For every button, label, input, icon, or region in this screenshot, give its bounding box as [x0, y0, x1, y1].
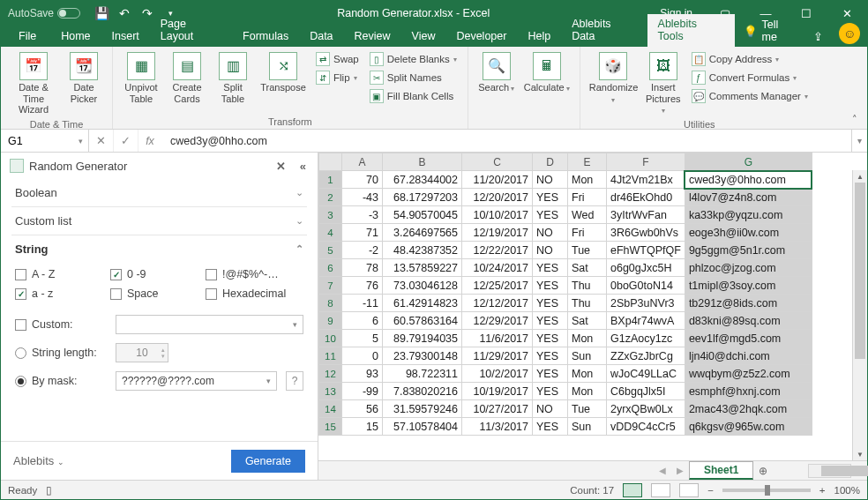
cell[interactable]: -11: [342, 295, 383, 312]
cell[interactable]: 12/12/2017: [462, 295, 533, 312]
worksheet-grid[interactable]: ABCDEFG17067.2834400211/20/2017NOMon4Jt2…: [318, 153, 867, 460]
date-picker-button[interactable]: 📆Date Picker: [63, 50, 105, 106]
row-header[interactable]: 8: [319, 295, 342, 312]
cell[interactable]: wwqbym@z5z2.com: [685, 365, 812, 383]
row-header[interactable]: 4: [319, 224, 342, 242]
cell[interactable]: 10/24/2017: [462, 259, 533, 277]
cell[interactable]: l4lov7@z4n8.com: [685, 189, 812, 206]
column-header-D[interactable]: D: [533, 153, 568, 171]
tab-developer[interactable]: Developer: [445, 26, 517, 47]
row-header[interactable]: 9: [319, 312, 342, 330]
radio-by-mask[interactable]: By mask:: [15, 375, 107, 387]
cell[interactable]: 2yrxQBw0Lx: [607, 400, 685, 418]
cell[interactable]: 10/2/2017: [462, 365, 533, 383]
cell[interactable]: q6kgsv@965w.com: [685, 418, 812, 436]
checkbox-custom[interactable]: Custom:: [15, 318, 73, 331]
cell[interactable]: NO: [533, 171, 568, 189]
scroll-thumb[interactable]: [855, 183, 865, 359]
view-page-break-icon[interactable]: [679, 483, 699, 497]
cell[interactable]: 13.57859227: [383, 259, 462, 277]
row-header[interactable]: 6: [319, 259, 342, 277]
cell[interactable]: cwed3y@0hho.com: [685, 171, 812, 189]
cell[interactable]: 4Jt2Vm21Bx: [607, 171, 685, 189]
transpose-button[interactable]: ⤭Transpose: [258, 50, 309, 95]
cell[interactable]: 60.57863164: [383, 312, 462, 330]
cell[interactable]: 12/19/2017: [462, 224, 533, 242]
generate-button[interactable]: Generate: [231, 450, 305, 473]
row-header[interactable]: 5: [319, 242, 342, 259]
cell[interactable]: phlzoc@jzog.com: [685, 259, 812, 277]
date-time-wizard-button[interactable]: 📅Date & Time Wizard: [8, 50, 59, 117]
cell[interactable]: Sun: [568, 347, 607, 365]
cell[interactable]: 98.722311: [383, 365, 462, 383]
view-normal-icon[interactable]: [623, 483, 642, 497]
cell[interactable]: 15: [342, 418, 383, 436]
tab-file[interactable]: File: [4, 26, 50, 47]
cell[interactable]: Tue: [568, 242, 607, 259]
cell[interactable]: YES: [533, 365, 568, 383]
split-table-button[interactable]: ▥Split Table: [212, 50, 254, 106]
cell[interactable]: 89.79194035: [383, 330, 462, 347]
cell[interactable]: YES: [533, 277, 568, 295]
tab-review[interactable]: Review: [344, 26, 401, 47]
cell[interactable]: YES: [533, 295, 568, 312]
convert-formulas-button[interactable]: ƒConvert Formulas ▾: [688, 69, 812, 86]
column-header-E[interactable]: E: [568, 153, 607, 171]
vertical-scrollbar[interactable]: ▲ ▼: [852, 170, 867, 460]
row-header[interactable]: 13: [319, 383, 342, 400]
sheet-nav-next-icon[interactable]: ▶: [671, 466, 689, 475]
cell[interactable]: d83kni@89sq.com: [685, 312, 812, 330]
cell[interactable]: 71: [342, 224, 383, 242]
cell[interactable]: Sat: [568, 312, 607, 330]
cell[interactable]: 61.42914823: [383, 295, 462, 312]
cell[interactable]: YES: [533, 347, 568, 365]
feedback-smiley-icon[interactable]: ☺: [839, 23, 860, 44]
cell[interactable]: esmphf@hxnj.com: [685, 383, 812, 400]
cell[interactable]: 3.264697565: [383, 224, 462, 242]
row-header[interactable]: 12: [319, 365, 342, 383]
collapse-ribbon-icon[interactable]: ˄: [842, 47, 867, 129]
insert-pictures-button[interactable]: 🖼Insert Pictures ▾: [642, 50, 685, 117]
cell[interactable]: Fri: [568, 189, 607, 206]
fx-icon[interactable]: fx: [138, 130, 161, 152]
row-header[interactable]: 15: [319, 418, 342, 436]
cell[interactable]: 11/6/2017: [462, 330, 533, 347]
section-string[interactable]: String⌃: [1, 235, 318, 263]
cell[interactable]: -2: [342, 242, 383, 259]
checkbox-uppercase[interactable]: A - Z: [15, 268, 89, 280]
zoom-level[interactable]: 100%: [834, 485, 860, 496]
cell[interactable]: 3R6Gwb0hVs: [607, 224, 685, 242]
cell[interactable]: 70: [342, 171, 383, 189]
checkbox-lowercase[interactable]: a - z: [15, 287, 89, 300]
row-header[interactable]: 11: [319, 347, 342, 365]
enter-formula-icon[interactable]: ✓: [114, 130, 138, 152]
radio-string-length[interactable]: String length:: [15, 347, 107, 359]
cell[interactable]: Mon: [568, 330, 607, 347]
cell[interactable]: 56: [342, 400, 383, 418]
checkbox-digits[interactable]: 0 -9: [110, 268, 184, 280]
string-length-spinner[interactable]: 10: [116, 343, 168, 362]
tab-view[interactable]: View: [401, 26, 446, 47]
column-header-C[interactable]: C: [462, 153, 533, 171]
cell[interactable]: ZZxGzJbrCg: [607, 347, 685, 365]
column-header-A[interactable]: A: [342, 153, 383, 171]
share-icon[interactable]: ⇪: [804, 26, 832, 47]
cell[interactable]: 6: [342, 312, 383, 330]
tab-data[interactable]: Data: [299, 26, 343, 47]
cell[interactable]: wJoC49LLaC: [607, 365, 685, 383]
scroll-up-icon[interactable]: ▲: [853, 170, 867, 183]
cell[interactable]: 73.03046128: [383, 277, 462, 295]
tab-help[interactable]: Help: [517, 26, 561, 47]
pane-collapse-icon[interactable]: «: [296, 158, 311, 175]
pane-close-icon[interactable]: ✕: [272, 158, 290, 175]
cell[interactable]: 76: [342, 277, 383, 295]
delete-blanks-button[interactable]: ▯Delete Blanks ▾: [366, 50, 460, 68]
row-header[interactable]: 2: [319, 189, 342, 206]
autosave-toggle[interactable]: AutoSave: [8, 7, 80, 19]
horizontal-scrollbar[interactable]: [808, 464, 851, 478]
row-header[interactable]: 1: [319, 171, 342, 189]
cell[interactable]: -43: [342, 189, 383, 206]
cell[interactable]: 0: [342, 347, 383, 365]
tell-me[interactable]: 💡Tell me: [735, 15, 804, 47]
swap-button[interactable]: ⇄Swap: [312, 50, 363, 68]
